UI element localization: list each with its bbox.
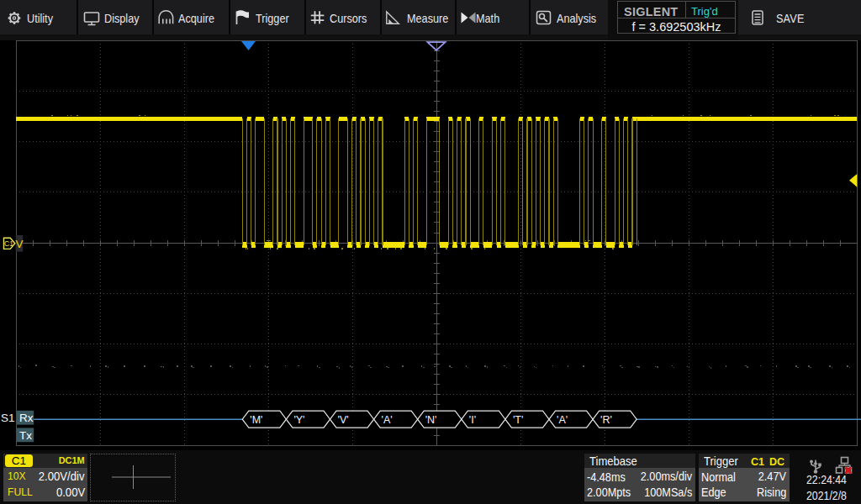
- svg-text:Rx: Rx: [19, 412, 34, 424]
- svg-text:C1: C1: [4, 239, 13, 248]
- svg-text:'I': 'I': [469, 414, 476, 426]
- svg-text:'N': 'N': [425, 414, 437, 426]
- svg-text:Tx: Tx: [19, 429, 32, 442]
- svg-text:'Y': 'Y': [293, 414, 304, 426]
- svg-text:'M': 'M': [250, 414, 262, 426]
- svg-text:V: V: [16, 238, 24, 250]
- svg-text:'V': 'V': [338, 414, 349, 426]
- svg-text:'R': 'R': [600, 414, 612, 426]
- svg-text:'A': 'A': [557, 414, 568, 426]
- svg-text:'T': 'T': [513, 414, 523, 426]
- svg-text:S1: S1: [1, 412, 15, 424]
- svg-text:'A': 'A': [382, 414, 393, 426]
